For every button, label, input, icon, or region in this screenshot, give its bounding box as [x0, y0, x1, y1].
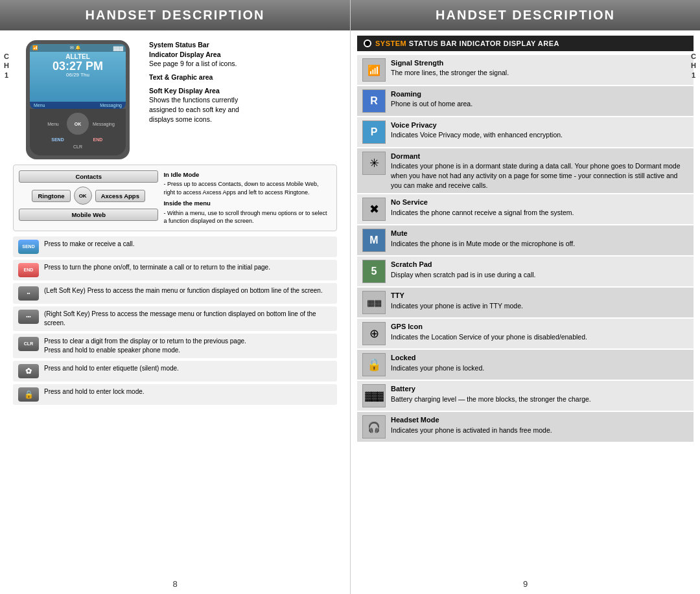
status-icons: ✉ 🔔	[70, 45, 81, 51]
send-key: SEND	[48, 137, 67, 142]
clr-key: CLR	[67, 144, 89, 149]
nav-diagram: Contacts Ringtone OK Axcess Apps Mobile …	[13, 165, 337, 231]
tty-body: Indicates your phone is active in TTY mo…	[391, 301, 688, 311]
headset-icon: 🎧	[362, 415, 386, 439]
no-service-body: Indicates the phone cannot receive a sig…	[391, 208, 688, 218]
roaming-row: R Roaming Phone is out of home area.	[357, 86, 694, 117]
mute-title: Mute	[391, 229, 688, 238]
lock-btn-icon: 🔒	[18, 387, 39, 402]
silent-btn-desc: ✿ Press and hold to enter etiquette (sil…	[13, 361, 337, 382]
send-btn-desc: SEND Press to make or receive a call.	[13, 236, 337, 257]
left-softkey-label: Menu	[34, 103, 45, 108]
phone-mockup-container: 📶 ✉ 🔔 ▓▓▓ ALLTEL 03:27 PM 06/29 Thu Menu…	[13, 40, 143, 159]
mute-row: M Mute Indicates the phone is in Mute mo…	[357, 225, 694, 256]
annotation-status-bar-body: See page 9 for a list of icons.	[149, 59, 337, 69]
battery-body: Battery charging level — the more blocks…	[391, 394, 688, 404]
inside-menu-title: Inside the menu	[163, 199, 331, 207]
idle-mode-body: - Press up to access Contacts, down to a…	[163, 180, 331, 196]
end-btn-icon: END	[18, 263, 39, 277]
headset-row: 🎧 Headset Mode Indicates your phone is a…	[357, 412, 694, 442]
keypad-mid-row: SEND END	[48, 137, 108, 142]
idle-mode-title: In Idle Mode	[163, 170, 331, 179]
silent-btn-icon: ✿	[18, 364, 39, 378]
right-header: HANDSET DESCRIPTION	[351, 0, 700, 30]
right-page-number: 9	[523, 579, 528, 589]
no-service-row: ✖ No Service Indicates the phone cannot …	[357, 194, 694, 225]
phone-diagram-area: 📶 ✉ 🔔 ▓▓▓ ALLTEL 03:27 PM 06/29 Thu Menu…	[0, 34, 350, 159]
voice-privacy-body: Indicates Voice Privacy mode, with enhan…	[391, 130, 688, 140]
mute-body: Indicates the phone is in Mute mode or t…	[391, 239, 688, 249]
indicator-list: 📶 Signal Strength The more lines, the st…	[357, 55, 694, 442]
end-btn-desc: END Press to turn the phone on/off, to t…	[13, 260, 337, 280]
phone-time: 03:27 PM	[52, 60, 103, 72]
battery-icon: ▓▓▓	[362, 384, 386, 407]
diagram-annotations: System Status BarIndicator Display Area …	[143, 40, 337, 159]
scratch-pad-icon: 5	[362, 260, 386, 283]
dormant-row: ✳ Dormant Indicates your phone is in a d…	[357, 148, 694, 194]
signal-strength-body: The more lines, the stronger the signal.	[391, 68, 688, 78]
right-panel: HANDSET DESCRIPTION CH1 SYSTEM STATUS BA…	[350, 0, 700, 594]
gps-title: GPS Icon	[391, 322, 688, 332]
clr-btn-desc: CLR Press to clear a digit from the disp…	[13, 334, 337, 358]
locked-row: 🔒 Locked Indicates your phone is locked.	[357, 350, 694, 380]
annotation-soft-key-title: Soft Key Display Area	[149, 86, 337, 96]
ok-btn[interactable]: OK	[74, 187, 92, 205]
page-container: HANDSET DESCRIPTION CH1 📶 ✉ 🔔 ▓▓▓ ALLTEL…	[0, 0, 700, 594]
roaming-icon: R	[362, 89, 386, 113]
mobile-web-nav-btn[interactable]: Mobile Web	[19, 209, 158, 221]
roaming-body: Phone is out of home area.	[391, 99, 688, 109]
send-btn-text: Press to make or receive a call.	[44, 240, 332, 249]
signal-icon: 📶	[32, 45, 38, 51]
headset-body: Indicates your phone is activated in han…	[391, 426, 688, 435]
messaging-softkey: Messaging	[93, 122, 112, 126]
keypad-top-row: Menu OK Messaging	[43, 113, 112, 135]
contacts-nav-btn[interactable]: Contacts	[19, 170, 158, 183]
mute-text: Mute Indicates the phone is in Mute mode…	[391, 229, 688, 248]
gps-text: GPS Icon Indicates the Location Service …	[391, 322, 688, 341]
gps-icon: ⊕	[362, 322, 386, 345]
tty-text: TTY Indicates your phone is active in TT…	[391, 291, 688, 310]
signal-strength-icon: 📶	[362, 58, 386, 82]
left-header: HANDSET DESCRIPTION	[0, 0, 350, 30]
nav-mid-row: Ringtone OK Axcess Apps	[19, 187, 158, 205]
tty-row: ▦▦ TTY Indicates your phone is active in…	[357, 288, 694, 318]
phone-keypad: Menu OK Messaging SEND END CLR	[30, 109, 126, 155]
dormant-icon: ✳	[362, 152, 386, 175]
lock-btn-text: Press and hold to enter lock mode.	[44, 387, 332, 396]
left-ch-label: CH1	[4, 52, 9, 80]
menu-softkey: Menu	[43, 122, 63, 126]
tty-icon: ▦▦	[362, 291, 386, 314]
sys-status-dot	[364, 40, 371, 47]
right-softkey-btn-desc: ••• (Right Soft Key) Press to access the…	[13, 306, 337, 331]
signal-strength-text: Signal Strength The more lines, the stro…	[391, 58, 688, 78]
battery-row: ▓▓▓ Battery Battery charging level — the…	[357, 381, 694, 411]
nav-instructions: In Idle Mode - Press up to access Contac…	[163, 170, 331, 225]
locked-icon: 🔒	[362, 353, 386, 376]
annotation-text-graphic: Text & Graphic area	[149, 73, 337, 82]
battery-icon: ▓▓▓	[113, 46, 123, 51]
phone-status-bar: 📶 ✉ 🔔 ▓▓▓	[30, 44, 126, 52]
scratch-pad-text: Scratch Pad Display when scratch pad is …	[391, 260, 688, 279]
voice-privacy-icon: P	[362, 120, 386, 144]
scratch-pad-body: Display when scratch pad is in use durin…	[391, 270, 688, 280]
battery-text: Battery Battery charging level — the mor…	[391, 384, 688, 404]
silent-btn-text: Press and hold to enter etiquette (silen…	[44, 364, 332, 373]
right-softkey-btn-icon: •••	[18, 310, 39, 324]
dormant-title: Dormant	[391, 152, 688, 161]
inside-menu-body: - Within a menu, use to scroll through m…	[163, 209, 331, 225]
right-softkey-btn-text: (Right Soft Key) Press to access the mes…	[44, 310, 332, 328]
nav-buttons-area: Contacts Ringtone OK Axcess Apps Mobile …	[19, 170, 158, 225]
annotation-soft-key-body: Shows the functions currentlyassigned to…	[149, 95, 337, 124]
button-description-list: SEND Press to make or receive a call. EN…	[13, 236, 337, 405]
locked-title: Locked	[391, 353, 688, 363]
right-softkey-label: Messaging	[100, 103, 122, 108]
ringtone-nav-btn[interactable]: Ringtone	[32, 190, 70, 202]
annotation-text-graphic-title: Text & Graphic area	[149, 73, 337, 82]
scratch-pad-row: 5 Scratch Pad Display when scratch pad i…	[357, 257, 694, 287]
sys-status-title: SYSTEM STATUS BAR INDICATOR DISPLAY AREA	[375, 40, 559, 47]
signal-strength-title: Signal Strength	[391, 58, 688, 68]
voice-privacy-row: P Voice Privacy Indicates Voice Privacy …	[357, 117, 694, 148]
phone-date: 06/29 Thu	[66, 72, 89, 78]
axcess-apps-nav-btn[interactable]: Axcess Apps	[95, 190, 145, 202]
end-btn-text: Press to turn the phone on/off, to termi…	[44, 263, 332, 272]
